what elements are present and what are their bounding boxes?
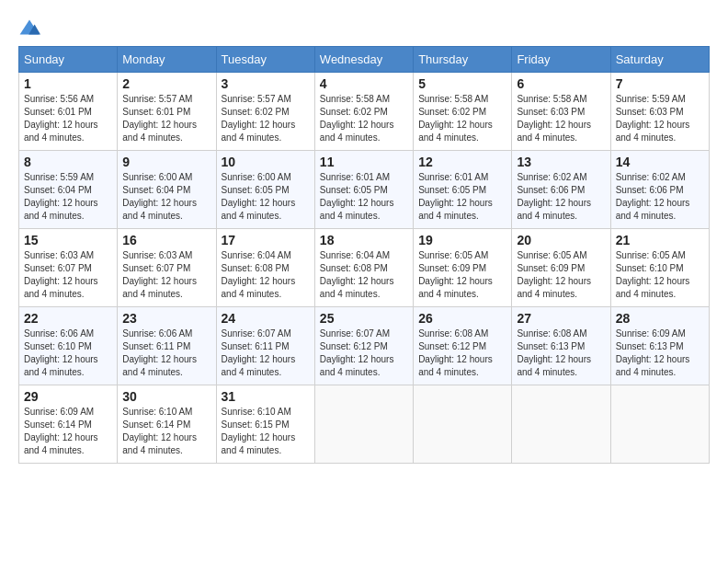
logo-icon xyxy=(18,18,40,37)
day-info: Sunrise: 6:02 AM Sunset: 6:06 PM Dayligh… xyxy=(517,171,605,223)
day-info: Sunrise: 5:59 AM Sunset: 6:03 PM Dayligh… xyxy=(616,93,704,144)
day-info: Sunrise: 6:09 AM Sunset: 6:13 PM Dayligh… xyxy=(616,327,704,379)
day-info: Sunrise: 6:05 AM Sunset: 6:10 PM Dayligh… xyxy=(616,249,704,301)
calendar-cell: 4 Sunrise: 5:58 AM Sunset: 6:02 PM Dayli… xyxy=(314,73,413,151)
calendar-cell: 5 Sunrise: 5:58 AM Sunset: 6:02 PM Dayli… xyxy=(414,73,512,151)
day-number: 28 xyxy=(616,311,704,326)
calendar-cell: 30 Sunrise: 6:10 AM Sunset: 6:14 PM Dayl… xyxy=(118,385,216,464)
day-info: Sunrise: 6:08 AM Sunset: 6:13 PM Dayligh… xyxy=(517,327,605,379)
day-info: Sunrise: 6:06 AM Sunset: 6:11 PM Dayligh… xyxy=(122,327,210,379)
calendar-cell: 14 Sunrise: 6:02 AM Sunset: 6:06 PM Dayl… xyxy=(610,151,709,229)
day-number: 5 xyxy=(418,76,506,91)
header-thursday: Thursday xyxy=(414,47,512,73)
day-info: Sunrise: 5:58 AM Sunset: 6:02 PM Dayligh… xyxy=(418,93,506,144)
week-row-5: 29 Sunrise: 6:09 AM Sunset: 6:14 PM Dayl… xyxy=(19,385,710,464)
calendar-cell: 7 Sunrise: 5:59 AM Sunset: 6:03 PM Dayli… xyxy=(610,73,709,151)
day-info: Sunrise: 6:07 AM Sunset: 6:11 PM Dayligh… xyxy=(222,327,310,379)
calendar-cell xyxy=(610,385,709,464)
page-header xyxy=(18,18,710,37)
day-number: 30 xyxy=(122,389,210,404)
day-number: 17 xyxy=(222,233,310,247)
day-info: Sunrise: 6:04 AM Sunset: 6:08 PM Dayligh… xyxy=(320,249,408,301)
calendar-cell xyxy=(314,385,413,464)
calendar-table: SundayMondayTuesdayWednesdayThursdayFrid… xyxy=(18,46,710,464)
calendar-header-row: SundayMondayTuesdayWednesdayThursdayFrid… xyxy=(19,47,710,73)
day-info: Sunrise: 6:10 AM Sunset: 6:14 PM Dayligh… xyxy=(122,406,210,457)
day-number: 21 xyxy=(616,233,704,247)
calendar-cell: 28 Sunrise: 6:09 AM Sunset: 6:13 PM Dayl… xyxy=(610,307,709,385)
day-number: 16 xyxy=(122,233,210,247)
day-number: 31 xyxy=(222,389,310,404)
calendar-cell: 13 Sunrise: 6:02 AM Sunset: 6:06 PM Dayl… xyxy=(512,151,610,229)
day-number: 18 xyxy=(320,233,408,247)
day-number: 8 xyxy=(24,155,112,169)
calendar-cell: 31 Sunrise: 6:10 AM Sunset: 6:15 PM Dayl… xyxy=(216,385,314,464)
day-info: Sunrise: 6:03 AM Sunset: 6:07 PM Dayligh… xyxy=(24,249,112,301)
day-number: 14 xyxy=(616,155,704,169)
day-info: Sunrise: 6:08 AM Sunset: 6:12 PM Dayligh… xyxy=(418,327,506,379)
day-number: 27 xyxy=(517,311,605,326)
week-row-3: 15 Sunrise: 6:03 AM Sunset: 6:07 PM Dayl… xyxy=(19,229,710,307)
calendar-cell: 26 Sunrise: 6:08 AM Sunset: 6:12 PM Dayl… xyxy=(414,307,512,385)
day-number: 2 xyxy=(122,76,210,91)
calendar-cell: 24 Sunrise: 6:07 AM Sunset: 6:11 PM Dayl… xyxy=(216,307,314,385)
day-info: Sunrise: 5:57 AM Sunset: 6:01 PM Dayligh… xyxy=(122,93,210,144)
day-number: 10 xyxy=(222,155,310,169)
day-info: Sunrise: 6:09 AM Sunset: 6:14 PM Dayligh… xyxy=(24,406,112,457)
calendar-cell: 10 Sunrise: 6:00 AM Sunset: 6:05 PM Dayl… xyxy=(216,151,314,229)
calendar-cell: 2 Sunrise: 5:57 AM Sunset: 6:01 PM Dayli… xyxy=(118,73,216,151)
header-monday: Monday xyxy=(118,47,216,73)
calendar-cell: 9 Sunrise: 6:00 AM Sunset: 6:04 PM Dayli… xyxy=(118,151,216,229)
day-info: Sunrise: 5:56 AM Sunset: 6:01 PM Dayligh… xyxy=(24,93,112,144)
calendar-cell: 20 Sunrise: 6:05 AM Sunset: 6:09 PM Dayl… xyxy=(512,229,610,307)
calendar-cell: 15 Sunrise: 6:03 AM Sunset: 6:07 PM Dayl… xyxy=(19,229,118,307)
calendar-cell: 18 Sunrise: 6:04 AM Sunset: 6:08 PM Dayl… xyxy=(314,229,413,307)
calendar-cell: 25 Sunrise: 6:07 AM Sunset: 6:12 PM Dayl… xyxy=(314,307,413,385)
day-info: Sunrise: 5:58 AM Sunset: 6:02 PM Dayligh… xyxy=(320,93,408,144)
day-info: Sunrise: 6:10 AM Sunset: 6:15 PM Dayligh… xyxy=(222,406,310,457)
calendar-cell xyxy=(414,385,512,464)
day-info: Sunrise: 6:05 AM Sunset: 6:09 PM Dayligh… xyxy=(517,249,605,301)
header-saturday: Saturday xyxy=(610,47,709,73)
day-number: 24 xyxy=(222,311,310,326)
calendar-cell: 17 Sunrise: 6:04 AM Sunset: 6:08 PM Dayl… xyxy=(216,229,314,307)
calendar-cell: 3 Sunrise: 5:57 AM Sunset: 6:02 PM Dayli… xyxy=(216,73,314,151)
calendar-cell: 19 Sunrise: 6:05 AM Sunset: 6:09 PM Dayl… xyxy=(414,229,512,307)
week-row-2: 8 Sunrise: 5:59 AM Sunset: 6:04 PM Dayli… xyxy=(19,151,710,229)
day-number: 1 xyxy=(24,76,112,91)
logo xyxy=(18,18,44,37)
day-number: 3 xyxy=(222,76,310,91)
day-info: Sunrise: 6:05 AM Sunset: 6:09 PM Dayligh… xyxy=(418,249,506,301)
day-info: Sunrise: 5:57 AM Sunset: 6:02 PM Dayligh… xyxy=(222,93,310,144)
week-row-1: 1 Sunrise: 5:56 AM Sunset: 6:01 PM Dayli… xyxy=(19,73,710,151)
day-info: Sunrise: 6:07 AM Sunset: 6:12 PM Dayligh… xyxy=(320,327,408,379)
day-info: Sunrise: 6:00 AM Sunset: 6:04 PM Dayligh… xyxy=(122,171,210,223)
calendar-cell: 27 Sunrise: 6:08 AM Sunset: 6:13 PM Dayl… xyxy=(512,307,610,385)
header-sunday: Sunday xyxy=(19,47,118,73)
calendar-cell: 6 Sunrise: 5:58 AM Sunset: 6:03 PM Dayli… xyxy=(512,73,610,151)
calendar-cell: 23 Sunrise: 6:06 AM Sunset: 6:11 PM Dayl… xyxy=(118,307,216,385)
day-number: 4 xyxy=(320,76,408,91)
day-number: 19 xyxy=(418,233,506,247)
calendar-cell: 21 Sunrise: 6:05 AM Sunset: 6:10 PM Dayl… xyxy=(610,229,709,307)
day-number: 11 xyxy=(320,155,408,169)
day-info: Sunrise: 6:01 AM Sunset: 6:05 PM Dayligh… xyxy=(320,171,408,223)
day-number: 26 xyxy=(418,311,506,326)
calendar-cell: 29 Sunrise: 6:09 AM Sunset: 6:14 PM Dayl… xyxy=(19,385,118,464)
calendar-cell xyxy=(512,385,610,464)
day-info: Sunrise: 5:58 AM Sunset: 6:03 PM Dayligh… xyxy=(517,93,605,144)
day-number: 25 xyxy=(320,311,408,326)
calendar-cell: 11 Sunrise: 6:01 AM Sunset: 6:05 PM Dayl… xyxy=(314,151,413,229)
week-row-4: 22 Sunrise: 6:06 AM Sunset: 6:10 PM Dayl… xyxy=(19,307,710,385)
day-info: Sunrise: 6:00 AM Sunset: 6:05 PM Dayligh… xyxy=(222,171,310,223)
day-number: 22 xyxy=(24,311,112,326)
day-number: 23 xyxy=(122,311,210,326)
calendar-cell: 22 Sunrise: 6:06 AM Sunset: 6:10 PM Dayl… xyxy=(19,307,118,385)
day-number: 13 xyxy=(517,155,605,169)
day-number: 20 xyxy=(517,233,605,247)
calendar-cell: 16 Sunrise: 6:03 AM Sunset: 6:07 PM Dayl… xyxy=(118,229,216,307)
day-info: Sunrise: 6:03 AM Sunset: 6:07 PM Dayligh… xyxy=(122,249,210,301)
day-number: 15 xyxy=(24,233,112,247)
day-number: 29 xyxy=(24,389,112,404)
day-info: Sunrise: 6:01 AM Sunset: 6:05 PM Dayligh… xyxy=(418,171,506,223)
